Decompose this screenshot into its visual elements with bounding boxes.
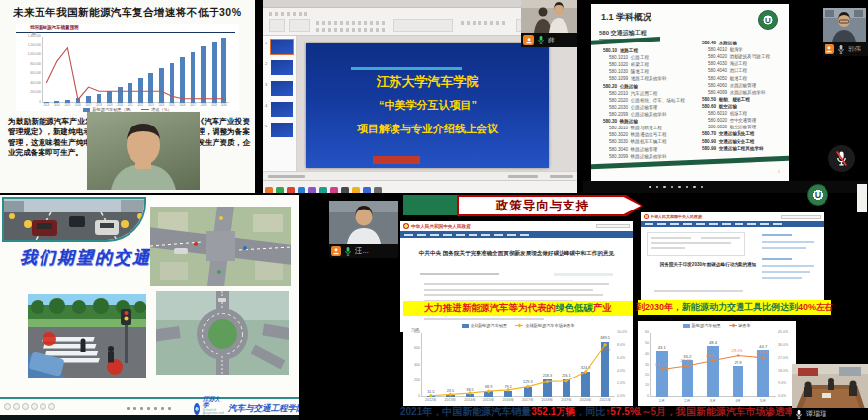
screen-share-tile-powerpoint[interactable]: 12345 江苏大学汽车学院 “中美学分互认项目” 项目解读与专业介绍线上会议: [263, 0, 577, 193]
taskbar-icon-2[interactable]: [276, 187, 284, 193]
ribbon-paragraph-controls[interactable]: [316, 28, 386, 32]
windows-taskbar[interactable]: [263, 180, 577, 193]
dot: [161, 407, 164, 410]
subject-code: 580.4010: [708, 47, 727, 52]
subject-code: 580.4060: [708, 83, 727, 88]
mic-on-icon: [537, 35, 545, 45]
subject-row: 580.6030 航空运输管理: [702, 124, 789, 130]
screen-share-tile-policy[interactable]: 政策导向与支持 中华人民共和国中央人民政府 中共中央 国务院关于完整准确全面贯彻…: [304, 195, 868, 420]
ribbon-styles-group[interactable]: [393, 19, 453, 32]
participant-row[interactable]: 郭伟: [823, 42, 868, 56]
presenter-control-button[interactable]: [40, 403, 46, 410]
slide-edit-canvas[interactable]: 江苏大学汽车学院 “中美学分互认项目” 项目解读与专业介绍线上会议: [297, 36, 577, 171]
presenter-control-button[interactable]: [48, 403, 55, 410]
presentation-controls[interactable]: [4, 403, 55, 410]
floating-webcam-tile[interactable]: 谭瑞瑞: [792, 364, 868, 420]
subject-name: 铁路运输: [620, 119, 638, 124]
presenter-control-button[interactable]: [31, 403, 38, 410]
bar: [180, 57, 185, 103]
presenter-webcam-video[interactable]: [87, 112, 200, 190]
subject-row: 580.6010 机场工程: [702, 110, 789, 117]
bar: [159, 68, 164, 103]
taskbar-icon-1[interactable]: [265, 187, 273, 193]
taskbar-icon-8[interactable]: [341, 187, 349, 193]
participant-row[interactable]: 谭瑞瑞: [792, 408, 868, 420]
ribbon-arrange-controls[interactable]: [461, 21, 508, 25]
subject-name: 铁路机车车辆工程: [631, 139, 667, 144]
taskbar-icon-5[interactable]: [308, 187, 316, 193]
dot: [133, 407, 136, 410]
subject-row: 580.3020 铁路通信信号工程: [603, 131, 698, 138]
participant-webcam-student[interactable]: [823, 8, 866, 42]
taskbar-icon-10[interactable]: [363, 187, 371, 193]
forecast-chart: 我国新能源汽车销量预测 1,400,0001,200,0001,000,0008…: [16, 24, 239, 111]
taskbar-icon-9[interactable]: [352, 187, 360, 193]
mic-muted-button[interactable]: [828, 145, 855, 172]
status-zoom-slider[interactable]: [550, 175, 573, 178]
slide-thumbnail-panel[interactable]: 12345: [263, 36, 297, 171]
dot: [649, 186, 651, 189]
legend-item: 全球新能源汽车市场渗透率: [515, 323, 574, 328]
ribbon-paste-group[interactable]: [269, 19, 285, 32]
slide-thumbnail-1[interactable]: 1: [271, 40, 293, 54]
taskbar-icon-11[interactable]: [374, 187, 382, 193]
dot: [154, 407, 157, 410]
participant-row[interactable]: 薛…: [521, 33, 577, 47]
subject-name: 交通运输系统工程: [719, 131, 755, 136]
slide-line-1: 江苏大学汽车学院: [306, 73, 549, 91]
bar: [107, 91, 112, 103]
status-view-buttons[interactable]: [508, 175, 538, 178]
taskbar-icon-6[interactable]: [319, 187, 327, 193]
subject-name: 铁路通信信号工程: [631, 132, 667, 137]
dot: [147, 407, 150, 410]
site-search-box[interactable]: [596, 224, 630, 228]
university-seal-icon: U: [194, 403, 200, 415]
bar-value-label: 29.9: [719, 361, 756, 365]
ppt-status-bar: [263, 171, 577, 180]
slide-thumbnail-3[interactable]: 3: [271, 81, 293, 96]
dot: [140, 407, 143, 410]
dot: [693, 186, 696, 189]
ribbon-font-controls[interactable]: [316, 21, 386, 25]
screen-share-tile-traffic[interactable]: 我们期望的交通: [0, 195, 299, 415]
y-tick: 50: [645, 342, 649, 346]
subjects-slide: 1.1 学科概况 U 580 交通运输工程 580.10 道路工程580.101…: [591, 4, 789, 181]
gov-site-title: 中华人民共和国中央人民政府: [411, 224, 471, 229]
site-nav-bar[interactable]: [641, 221, 824, 227]
presenter-control-button[interactable]: [4, 403, 11, 410]
x-tick-label: 2013年: [441, 399, 461, 403]
taskbar-icon-7[interactable]: [330, 187, 338, 193]
meeting-room-webcam[interactable]: [792, 364, 868, 409]
subject-column-2: 580.40 水路运输580.4010 航海学580.4020 港航建筑及驾驶工…: [702, 40, 789, 152]
participant-row[interactable]: 汪…: [329, 244, 398, 258]
subject-row: 580.4050 航道工程: [702, 75, 789, 82]
taskbar-icon-4[interactable]: [298, 187, 305, 193]
student-silhouette: [823, 8, 866, 42]
slide-thumbnail-4[interactable]: 4: [271, 102, 293, 117]
participant-webcam-two-people[interactable]: [521, 0, 577, 33]
slide-thumbnail-5[interactable]: 5: [271, 123, 293, 137]
y2-tick: 9.0%: [778, 382, 786, 386]
y-tick: 10: [645, 384, 649, 388]
subject-code: 580.60: [702, 104, 716, 109]
subject-name: 水路运输管理: [730, 83, 757, 88]
status-slide-info: [268, 175, 305, 178]
presenter-control-button[interactable]: [13, 403, 20, 410]
ribbon-tabs[interactable]: [269, 12, 308, 16]
subject-code: 580.70: [702, 131, 716, 136]
subject-code: 580.20: [603, 84, 617, 89]
screen-share-tile-subjects[interactable]: 1.1 学科概况 U 580 交通运输工程 580.10 道路工程580.101…: [583, 0, 868, 193]
bar: [543, 379, 551, 397]
subject-code: 580.4020: [708, 54, 727, 59]
subject-row: 580.2030 公路运输管理: [603, 104, 698, 111]
subject-code: 580.6010: [708, 111, 727, 116]
ribbon-slides-group[interactable]: [289, 19, 310, 32]
taskbar-icon-3[interactable]: [287, 187, 295, 193]
policy-doc-title: 中共中央 国务院关于完整准确全面贯彻新发展理念做好碳达峰碳中和工作的意见: [419, 249, 614, 257]
presenter-control-button[interactable]: [22, 403, 29, 410]
subject-code: 580.2030: [609, 105, 628, 110]
slide-thumbnail-2[interactable]: 2: [271, 60, 293, 75]
participant-webcam-speaker[interactable]: [329, 201, 398, 244]
screen-share-tile-forecast[interactable]: 未来五年我国新能源汽车复合增速将不低于30% 我国新能源汽车销量预测 1,400…: [0, 0, 255, 193]
site-nav-bar[interactable]: [400, 231, 633, 238]
